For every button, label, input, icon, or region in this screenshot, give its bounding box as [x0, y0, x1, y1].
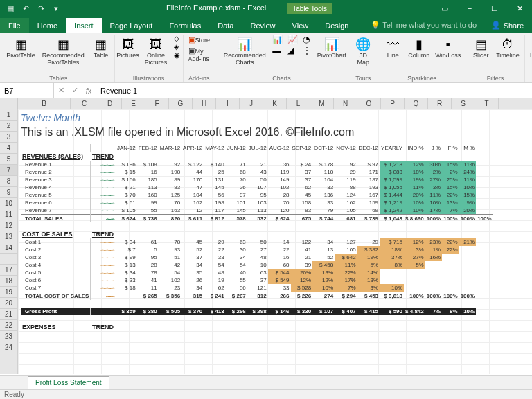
cell[interactable]: ⌢⌣⌢⌣⌢	[91, 199, 116, 206]
maximize-icon[interactable]: ☐	[482, 0, 507, 17]
cell[interactable]: 118	[312, 168, 335, 176]
cell[interactable]: 9%	[459, 199, 476, 206]
row-header[interactable]: 14	[0, 242, 18, 254]
cell[interactable]: 51	[159, 254, 181, 261]
tab-pagelayout[interactable]: Page Layout	[102, 18, 161, 33]
sparkline-column-button[interactable]: ▮Column	[406, 35, 432, 61]
cell[interactable]: 16%	[425, 254, 442, 261]
cell[interactable]: 820	[159, 215, 181, 223]
cell[interactable]: SEP-12	[291, 144, 313, 152]
cell[interactable]: 44	[181, 168, 204, 176]
cell[interactable]: $ 24	[291, 161, 313, 168]
cell[interactable]: 25	[204, 168, 226, 176]
cell[interactable]: 158	[291, 199, 313, 206]
cell[interactable]: 7%	[425, 308, 442, 315]
cell[interactable]: Revenue 4	[21, 184, 91, 191]
cell[interactable]: 18%	[404, 168, 425, 176]
chart-pie-icon[interactable]: ◔	[303, 35, 317, 44]
row-header[interactable]: 3	[0, 132, 18, 143]
cell[interactable]: 20%	[404, 191, 425, 199]
cell[interactable]: 11%	[335, 261, 357, 269]
cell[interactable]: ⌢⌣⌢⌣⌢	[91, 261, 116, 269]
cell[interactable]: 28	[268, 191, 291, 199]
recommended-pivot-button[interactable]: ▦Recommended PivotTables	[37, 35, 89, 68]
cell[interactable]: $ 70	[116, 191, 137, 199]
cell[interactable]: $ 186	[116, 161, 137, 168]
cell[interactable]: 21	[247, 161, 268, 168]
cell[interactable]: 60	[268, 261, 291, 269]
cell[interactable]: ⌢⌣⌢⌣⌢	[91, 176, 116, 184]
sheet-tab-profit-loss[interactable]: Profit Loss Statement	[28, 376, 109, 390]
cell[interactable]: 56	[204, 191, 226, 199]
close-icon[interactable]: ✕	[507, 0, 532, 17]
cell[interactable]: 100%	[459, 292, 476, 301]
cell[interactable]: 50	[247, 238, 268, 246]
cell[interactable]: 45	[291, 191, 313, 199]
cell[interactable]: 10%	[425, 199, 442, 206]
cell[interactable]: 28	[137, 261, 159, 269]
cell[interactable]: $ 33	[116, 276, 137, 284]
cell[interactable]: ⌢⌣⌢⌣⌢	[91, 269, 116, 276]
row-header[interactable]: 1	[0, 109, 18, 121]
col-header[interactable]: B	[18, 98, 71, 109]
cell[interactable]: Cost 7	[21, 284, 91, 292]
cell[interactable]: 162	[335, 199, 357, 206]
cell[interactable]: 69	[357, 206, 380, 215]
sparkline-line-button[interactable]: 〰Line	[381, 35, 405, 61]
cell[interactable]: 89	[159, 176, 181, 184]
cell[interactable]: 70	[226, 176, 247, 184]
cell[interactable]: 37	[291, 168, 313, 176]
cell[interactable]: 185	[137, 176, 159, 184]
cell[interactable]: 22	[268, 246, 291, 254]
cell[interactable]: 5%	[404, 261, 425, 269]
cell[interactable]: 47	[181, 184, 204, 191]
cell[interactable]: $ 298	[247, 308, 268, 315]
row-header[interactable]: 11	[0, 209, 18, 220]
cell[interactable]: 92	[159, 161, 181, 168]
cell[interactable]: TREND	[91, 152, 116, 161]
cell[interactable]: Revenue 5	[21, 191, 91, 199]
cell[interactable]: Cost 3	[21, 254, 91, 261]
cell[interactable]: 187	[357, 176, 380, 184]
cell[interactable]: $ 226	[291, 292, 313, 301]
cell[interactable]: $ 549	[268, 276, 291, 284]
tell-me-search[interactable]: 💡 Tell me what you want to do	[371, 17, 482, 33]
spreadsheet-grid[interactable]: BCDEFGHIJKLMNOPQRST 12345789101112131417…	[0, 98, 532, 374]
cell[interactable]: $ 1,242	[380, 206, 404, 215]
cell[interactable]: 2%	[442, 168, 459, 176]
cell[interactable]: 12%	[312, 276, 335, 284]
chart-area-icon[interactable]: ◢	[287, 46, 301, 55]
col-header[interactable]: H	[193, 98, 216, 109]
cell[interactable]: 34	[181, 261, 204, 269]
cell[interactable]: 43	[247, 168, 268, 176]
cell[interactable]: 100%	[404, 292, 425, 301]
cell[interactable]: $ 370	[181, 308, 204, 315]
cell[interactable]: Revenue 2	[21, 168, 91, 176]
cell[interactable]: 26	[181, 276, 204, 284]
cell[interactable]: 102	[268, 184, 291, 191]
smartart-icon[interactable]: ◈	[174, 43, 180, 51]
cell[interactable]: $ 458	[312, 261, 335, 269]
cell[interactable]: $ 1,444	[380, 191, 404, 199]
cell[interactable]: 63	[247, 269, 268, 276]
ribbon-display-icon[interactable]: ▭	[432, 0, 457, 17]
cell[interactable]: $ 812	[204, 215, 226, 223]
cell[interactable]: 18%	[380, 246, 404, 254]
cell[interactable]: $ 99	[116, 254, 137, 261]
cell[interactable]: 45	[181, 238, 204, 246]
cell[interactable]: 30%	[425, 161, 442, 168]
cell[interactable]: 159	[357, 199, 380, 206]
cell[interactable]: 100%	[425, 215, 442, 223]
cell[interactable]: ⌢⌣⌢⌣⌢	[91, 161, 116, 168]
cell[interactable]: ⌢⌣⌢⌣⌢	[91, 168, 116, 176]
cell[interactable]: 83	[159, 184, 181, 191]
cell[interactable]: Revenue 7	[21, 206, 91, 215]
cell[interactable]: ⌢⌣⌢⌣⌢	[91, 254, 116, 261]
cell[interactable]: 15%	[459, 191, 476, 199]
tab-data[interactable]: Data	[209, 18, 242, 33]
cell[interactable]: 78	[159, 238, 181, 246]
cell[interactable]: ⌢⌣⌢	[91, 215, 116, 223]
cell[interactable]: 62	[204, 284, 226, 292]
cell[interactable]: 10%	[459, 184, 476, 191]
cell[interactable]: $ 13	[116, 261, 137, 269]
